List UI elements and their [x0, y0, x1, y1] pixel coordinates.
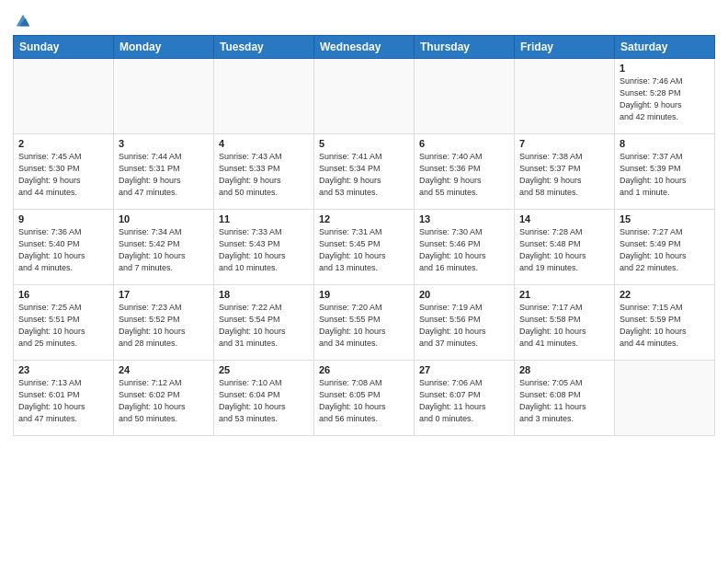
day-cell: 10Sunrise: 7:34 AM Sunset: 5:42 PM Dayli…: [114, 210, 214, 285]
day-info: Sunrise: 7:19 AM Sunset: 5:56 PM Dayligh…: [419, 302, 509, 350]
day-cell: [415, 59, 515, 134]
header-cell-thursday: Thursday: [415, 36, 515, 59]
day-info: Sunrise: 7:33 AM Sunset: 5:43 PM Dayligh…: [219, 226, 309, 274]
day-cell: [615, 361, 715, 436]
calendar-header: SundayMondayTuesdayWednesdayThursdayFrid…: [14, 36, 715, 59]
calendar-table: SundayMondayTuesdayWednesdayThursdayFrid…: [13, 35, 715, 436]
day-number: 2: [18, 138, 108, 149]
day-number: 28: [519, 364, 609, 375]
day-info: Sunrise: 7:17 AM Sunset: 5:58 PM Dayligh…: [519, 302, 609, 350]
day-number: 4: [219, 138, 309, 149]
day-info: Sunrise: 7:05 AM Sunset: 6:08 PM Dayligh…: [519, 377, 609, 425]
day-cell: 18Sunrise: 7:22 AM Sunset: 5:54 PM Dayli…: [214, 285, 314, 361]
day-info: Sunrise: 7:36 AM Sunset: 5:40 PM Dayligh…: [18, 226, 108, 274]
day-number: 6: [419, 138, 509, 149]
day-cell: 6Sunrise: 7:40 AM Sunset: 5:36 PM Daylig…: [415, 134, 515, 210]
day-info: Sunrise: 7:45 AM Sunset: 5:30 PM Dayligh…: [18, 151, 108, 199]
day-cell: 7Sunrise: 7:38 AM Sunset: 5:37 PM Daylig…: [515, 134, 615, 210]
day-info: Sunrise: 7:38 AM Sunset: 5:37 PM Dayligh…: [519, 151, 609, 199]
day-number: 5: [319, 138, 409, 149]
day-cell: 27Sunrise: 7:06 AM Sunset: 6:07 PM Dayli…: [415, 361, 515, 436]
day-number: 22: [620, 289, 710, 300]
header-cell-tuesday: Tuesday: [214, 36, 314, 59]
day-info: Sunrise: 7:15 AM Sunset: 5:59 PM Dayligh…: [620, 302, 710, 350]
calendar-body: 1Sunrise: 7:46 AM Sunset: 5:28 PM Daylig…: [14, 59, 715, 436]
day-number: 24: [119, 364, 209, 375]
day-cell: 11Sunrise: 7:33 AM Sunset: 5:43 PM Dayli…: [214, 210, 314, 285]
day-number: 3: [119, 138, 209, 149]
day-cell: 9Sunrise: 7:36 AM Sunset: 5:40 PM Daylig…: [14, 210, 114, 285]
day-info: Sunrise: 7:20 AM Sunset: 5:55 PM Dayligh…: [319, 302, 409, 350]
day-number: 15: [620, 213, 710, 224]
day-info: Sunrise: 7:44 AM Sunset: 5:31 PM Dayligh…: [119, 151, 209, 199]
day-number: 13: [419, 213, 509, 224]
day-info: Sunrise: 7:41 AM Sunset: 5:34 PM Dayligh…: [319, 151, 409, 199]
day-cell: [314, 59, 415, 134]
day-number: 11: [219, 213, 309, 224]
day-info: Sunrise: 7:30 AM Sunset: 5:46 PM Dayligh…: [419, 226, 509, 274]
header-cell-friday: Friday: [515, 36, 615, 59]
day-info: Sunrise: 7:37 AM Sunset: 5:39 PM Dayligh…: [620, 151, 710, 199]
day-info: Sunrise: 7:27 AM Sunset: 5:49 PM Dayligh…: [620, 226, 710, 274]
day-info: Sunrise: 7:13 AM Sunset: 6:01 PM Dayligh…: [18, 377, 108, 425]
day-info: Sunrise: 7:31 AM Sunset: 5:45 PM Dayligh…: [319, 226, 409, 274]
header-cell-saturday: Saturday: [615, 36, 715, 59]
day-info: Sunrise: 7:12 AM Sunset: 6:02 PM Dayligh…: [119, 377, 209, 425]
day-info: Sunrise: 7:40 AM Sunset: 5:36 PM Dayligh…: [419, 151, 509, 199]
day-cell: 17Sunrise: 7:23 AM Sunset: 5:52 PM Dayli…: [114, 285, 214, 361]
day-number: 20: [419, 289, 509, 300]
day-cell: 3Sunrise: 7:44 AM Sunset: 5:31 PM Daylig…: [114, 134, 214, 210]
day-number: 17: [119, 289, 209, 300]
day-info: Sunrise: 7:46 AM Sunset: 5:28 PM Dayligh…: [620, 75, 710, 123]
week-row-1: 1Sunrise: 7:46 AM Sunset: 5:28 PM Daylig…: [14, 59, 715, 134]
day-number: 9: [18, 213, 108, 224]
header-cell-sunday: Sunday: [14, 36, 114, 59]
day-number: 7: [519, 138, 609, 149]
day-cell: 24Sunrise: 7:12 AM Sunset: 6:02 PM Dayli…: [114, 361, 214, 436]
day-cell: 8Sunrise: 7:37 AM Sunset: 5:39 PM Daylig…: [615, 134, 715, 210]
day-cell: 12Sunrise: 7:31 AM Sunset: 5:45 PM Dayli…: [314, 210, 415, 285]
day-number: 19: [319, 289, 409, 300]
day-cell: [214, 59, 314, 134]
day-number: 21: [519, 289, 609, 300]
logo-icon: [15, 13, 31, 29]
day-info: Sunrise: 7:22 AM Sunset: 5:54 PM Dayligh…: [219, 302, 309, 350]
week-row-3: 9Sunrise: 7:36 AM Sunset: 5:40 PM Daylig…: [14, 210, 715, 285]
day-info: Sunrise: 7:23 AM Sunset: 5:52 PM Dayligh…: [119, 302, 209, 350]
day-cell: [114, 59, 214, 134]
day-number: 26: [319, 364, 409, 375]
day-cell: [515, 59, 615, 134]
day-info: Sunrise: 7:34 AM Sunset: 5:42 PM Dayligh…: [119, 226, 209, 274]
day-number: 10: [119, 213, 209, 224]
week-row-2: 2Sunrise: 7:45 AM Sunset: 5:30 PM Daylig…: [14, 134, 715, 210]
day-cell: 25Sunrise: 7:10 AM Sunset: 6:04 PM Dayli…: [214, 361, 314, 436]
day-number: 1: [620, 63, 710, 74]
day-number: 18: [219, 289, 309, 300]
week-row-5: 23Sunrise: 7:13 AM Sunset: 6:01 PM Dayli…: [14, 361, 715, 436]
day-cell: [14, 59, 114, 134]
day-cell: 26Sunrise: 7:08 AM Sunset: 6:05 PM Dayli…: [314, 361, 415, 436]
header: [13, 9, 715, 29]
day-info: Sunrise: 7:28 AM Sunset: 5:48 PM Dayligh…: [519, 226, 609, 274]
day-info: Sunrise: 7:25 AM Sunset: 5:51 PM Dayligh…: [18, 302, 108, 350]
header-row: SundayMondayTuesdayWednesdayThursdayFrid…: [14, 36, 715, 59]
day-cell: 19Sunrise: 7:20 AM Sunset: 5:55 PM Dayli…: [314, 285, 415, 361]
day-cell: 20Sunrise: 7:19 AM Sunset: 5:56 PM Dayli…: [415, 285, 515, 361]
day-number: 8: [620, 138, 710, 149]
page: SundayMondayTuesdayWednesdayThursdayFrid…: [0, 0, 728, 563]
day-cell: 15Sunrise: 7:27 AM Sunset: 5:49 PM Dayli…: [615, 210, 715, 285]
day-cell: 5Sunrise: 7:41 AM Sunset: 5:34 PM Daylig…: [314, 134, 415, 210]
day-number: 12: [319, 213, 409, 224]
day-number: 23: [18, 364, 108, 375]
day-number: 27: [419, 364, 509, 375]
day-info: Sunrise: 7:08 AM Sunset: 6:05 PM Dayligh…: [319, 377, 409, 425]
day-info: Sunrise: 7:43 AM Sunset: 5:33 PM Dayligh…: [219, 151, 309, 199]
day-cell: 13Sunrise: 7:30 AM Sunset: 5:46 PM Dayli…: [415, 210, 515, 285]
day-cell: 1Sunrise: 7:46 AM Sunset: 5:28 PM Daylig…: [615, 59, 715, 134]
day-info: Sunrise: 7:10 AM Sunset: 6:04 PM Dayligh…: [219, 377, 309, 425]
day-cell: 14Sunrise: 7:28 AM Sunset: 5:48 PM Dayli…: [515, 210, 615, 285]
day-number: 14: [519, 213, 609, 224]
day-number: 25: [219, 364, 309, 375]
day-number: 16: [18, 289, 108, 300]
day-info: Sunrise: 7:06 AM Sunset: 6:07 PM Dayligh…: [419, 377, 509, 425]
